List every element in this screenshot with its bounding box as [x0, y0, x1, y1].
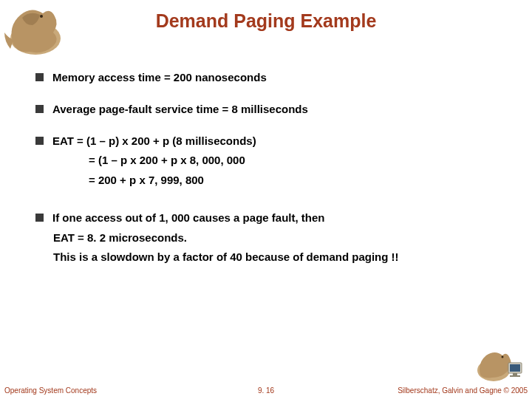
- sub-text: = (1 – p x 200 + p x 8, 000, 000: [89, 154, 508, 168]
- square-bullet-icon: [35, 73, 44, 81]
- svg-rect-7: [510, 375, 520, 377]
- square-bullet-icon: [35, 214, 44, 222]
- dinosaur-monitor-icon: [473, 344, 525, 384]
- bullet-text: Average page-fault service time = 8 mill…: [52, 103, 308, 117]
- footer-copyright: Silberschatz, Galvin and Gagne © 2005: [398, 386, 528, 395]
- bullet-text: Memory access time = 200 nanoseconds: [52, 71, 267, 85]
- bullet-item: EAT = (1 – p) x 200 + p (8 milliseconds)…: [35, 134, 508, 188]
- svg-rect-5: [510, 364, 520, 372]
- bullet-text: If one access out of 1, 000 causes a pag…: [52, 211, 324, 225]
- sub-text: EAT = 8. 2 microseconds.: [53, 231, 508, 245]
- bullet-item: Average page-fault service time = 8 mill…: [35, 103, 508, 117]
- slide-title: Demand Paging Example: [0, 10, 532, 32]
- sub-text: This is a slowdown by a factor of 40 bec…: [53, 250, 508, 265]
- svg-point-3: [502, 356, 504, 358]
- slide: Demand Paging Example Memory access time…: [0, 0, 532, 399]
- bullet-text: EAT = (1 – p) x 200 + p (8 milliseconds): [52, 134, 256, 149]
- bullet-sublines: EAT = 8. 2 microseconds. This is a slowd…: [53, 231, 508, 265]
- bullet-item: If one access out of 1, 000 causes a pag…: [35, 211, 508, 265]
- svg-rect-6: [513, 373, 517, 375]
- bullet-item: Memory access time = 200 nanoseconds: [35, 71, 508, 85]
- sub-text: = 200 + p x 7, 999, 800: [89, 174, 508, 188]
- square-bullet-icon: [35, 105, 44, 113]
- square-bullet-icon: [35, 137, 44, 145]
- bullet-sublines: = (1 – p x 200 + p x 8, 000, 000 = 200 +…: [89, 154, 508, 188]
- slide-content: Memory access time = 200 nanoseconds Ave…: [35, 71, 508, 282]
